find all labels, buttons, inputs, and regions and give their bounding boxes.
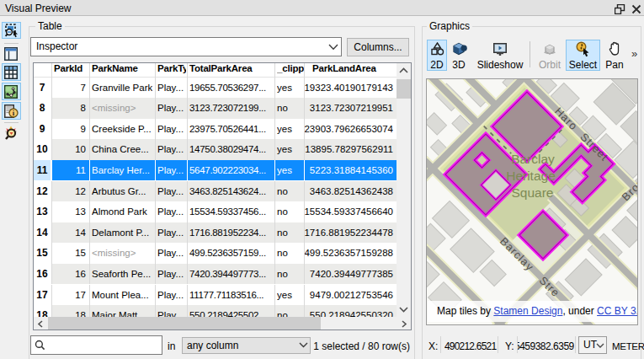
svg-text:Barclay: Barclay — [511, 152, 555, 166]
svg-text:Heritage: Heritage — [506, 169, 556, 183]
svg-text:Square: Square — [512, 185, 554, 200]
